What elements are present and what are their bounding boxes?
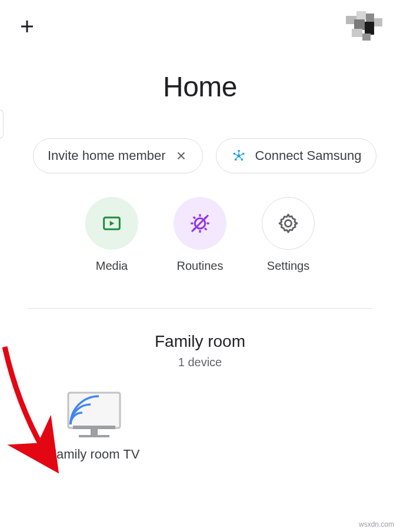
routines-shortcut[interactable]: Routines [174,197,226,273]
shortcut-label: Settings [267,259,309,273]
media-shortcut[interactable]: Media [85,197,138,273]
chip-label: Connect Samsung [255,148,362,163]
svg-rect-20 [79,435,109,437]
shortcut-label: Media [96,259,128,273]
shortcut-label: Routines [177,259,224,273]
account-avatar[interactable] [346,11,384,42]
divider [28,308,372,309]
svg-rect-19 [91,429,98,435]
cast-tv-icon [65,390,124,439]
watermark: wsxdn.com [359,520,394,528]
chip-label: Invite home member [48,148,166,163]
shortcuts-row: Media Routines Settings [0,197,400,273]
page-title: Home [0,71,400,103]
add-button[interactable] [16,16,38,37]
svg-point-2 [242,153,244,155]
svg-point-3 [241,159,243,161]
family-room-tv-device[interactable]: Family room TV [35,390,153,462]
side-indicator [0,109,4,139]
svg-point-5 [233,153,235,155]
svg-point-1 [238,150,240,152]
close-icon [175,149,188,162]
svg-line-13 [205,228,206,230]
connect-samsung-chip[interactable]: Connect Samsung [216,138,376,173]
svg-point-4 [234,159,236,161]
gear-icon [277,212,299,235]
room-title: Family room [0,332,400,351]
suggestion-chips: Invite home member Connect Samsung [0,138,400,173]
svg-line-12 [194,217,195,219]
settings-circle [262,197,315,250]
media-icon [100,212,124,235]
room-device-count: 1 device [0,356,400,369]
smartthings-icon [231,148,247,164]
device-label: Family room TV [49,447,140,462]
media-circle [85,197,138,250]
dismiss-chip-button[interactable] [174,149,188,163]
settings-shortcut[interactable]: Settings [262,197,315,273]
plus-icon [18,18,36,35]
invite-home-member-chip[interactable]: Invite home member [33,138,203,173]
routines-icon [188,211,212,236]
routines-circle [174,197,226,250]
svg-rect-18 [73,426,115,429]
